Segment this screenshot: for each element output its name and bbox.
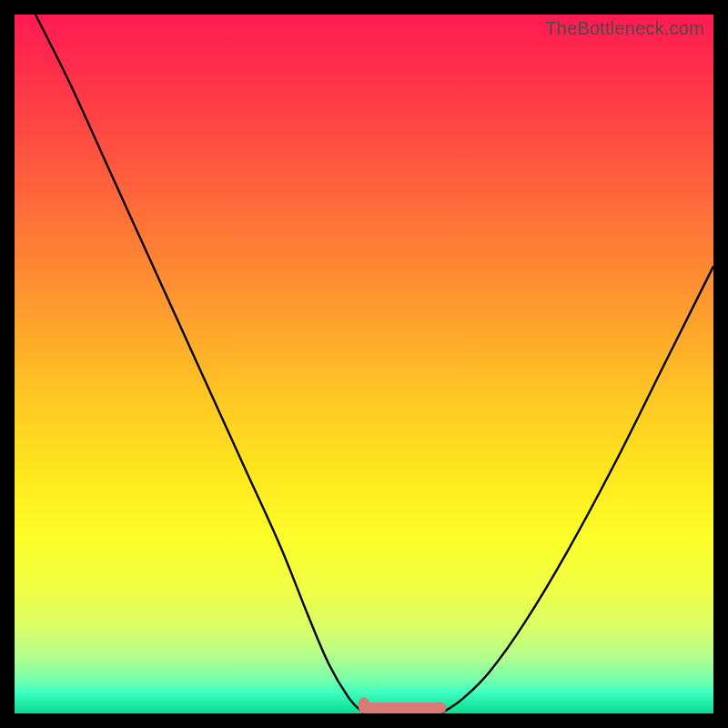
- series-right-curve: [441, 267, 714, 714]
- highlight-dot: [359, 698, 369, 709]
- chart-frame: TheBottleneck.com: [15, 15, 713, 713]
- chart-svg: [15, 15, 713, 713]
- series-left-curve: [35, 15, 364, 713]
